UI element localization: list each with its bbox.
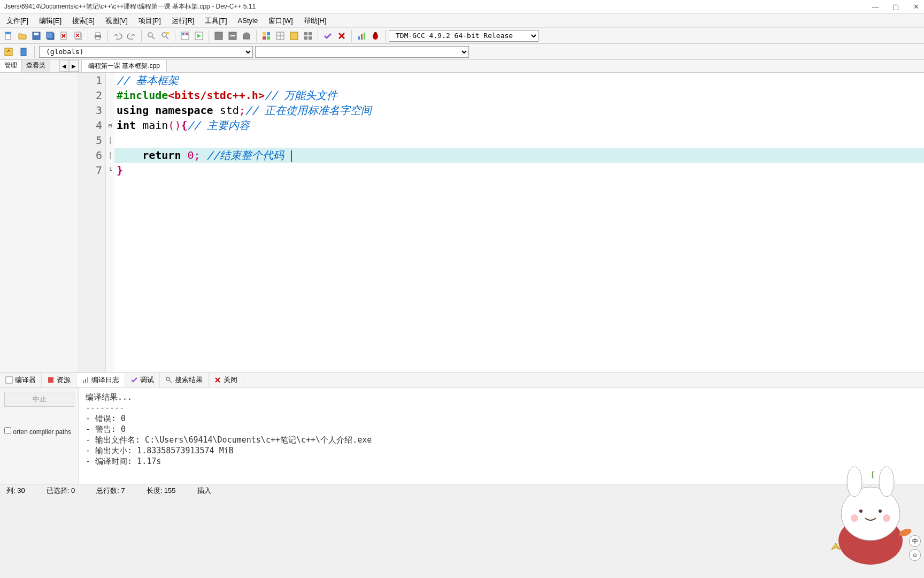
debug-icon[interactable] (240, 29, 253, 42)
compile-output[interactable]: 编译结果... -------- - 错误: 0 - 警告: 0 - 输出文件名… (79, 387, 924, 484)
menu-window[interactable]: 窗口[W] (264, 15, 297, 27)
status-bar: 列: 30 已选择: 0 总行数: 7 长度: 155 插入 (0, 484, 924, 497)
menu-edit[interactable]: 编辑[E] (35, 15, 66, 27)
svg-point-12 (148, 33, 152, 37)
menu-search[interactable]: 搜索[S] (68, 15, 99, 27)
print-icon[interactable] (91, 29, 104, 42)
code-preprocessor: #include (117, 89, 168, 102)
menu-tools[interactable]: 工具[T] (201, 15, 231, 27)
grid4-icon[interactable] (302, 29, 314, 42)
file-tab-active[interactable]: 编程第一课 基本框架.cpp (81, 59, 167, 72)
sidebar-tabs: 管理 查看类 ◀ ▶ (0, 60, 79, 73)
svg-point-13 (162, 33, 166, 37)
code-include: <bits/stdc++.h> (168, 89, 265, 102)
scope-select[interactable]: (globals) (39, 46, 253, 58)
svg-rect-24 (267, 36, 270, 40)
svg-rect-26 (290, 32, 298, 40)
code-keyword: return (142, 149, 181, 162)
code-content[interactable]: // 基本框架 #include<bits/stdc++.h>// 万能头文件 … (114, 73, 924, 372)
status-total-lines: 总行数: 7 (96, 486, 125, 496)
compile-log-panel: 中止 orten compiler paths 编译结果... --------… (0, 387, 924, 484)
svg-point-35 (374, 32, 377, 35)
file-tabs: 编程第一课 基本框架.cpp (79, 60, 924, 73)
code-editor[interactable]: 1 2 3 4 5 6 7 ⊟ │ │ └ // 基本框架 #include<b… (79, 73, 924, 372)
ime-lang-badge[interactable]: 中 (909, 535, 921, 547)
close-all-icon[interactable] (72, 29, 84, 42)
output-errors: - 错误: 0 (86, 413, 918, 424)
sidebar-tab-manage[interactable]: 管理 (0, 60, 22, 72)
compile-run-icon[interactable] (212, 29, 225, 42)
check-icon[interactable] (321, 29, 334, 42)
open-icon[interactable] (16, 29, 29, 42)
svg-point-50 (851, 514, 858, 522)
code-comment: // 万能头文件 (265, 89, 337, 102)
nav-prev-icon[interactable]: ◀ (59, 60, 69, 72)
code-keyword: namespace (155, 104, 213, 117)
grid2-icon[interactable] (274, 29, 287, 42)
menu-bar: 文件[F] 编辑[E] 搜索[S] 视图[V] 项目[P] 运行[R] 工具[T… (0, 14, 924, 28)
grid3-icon[interactable] (288, 29, 301, 42)
svg-rect-38 (6, 377, 12, 383)
close-button[interactable]: ✕ (912, 3, 920, 11)
svg-rect-28 (309, 32, 312, 35)
output-warnings: - 警告: 0 (86, 424, 918, 435)
svg-rect-1 (5, 32, 11, 34)
menu-file[interactable]: 文件[F] (2, 15, 33, 27)
new-file-icon[interactable] (2, 29, 15, 42)
code-number: 0 (187, 149, 194, 162)
cancel-icon[interactable] (335, 29, 348, 42)
maximize-button[interactable]: ▢ (892, 3, 899, 11)
bookmark-icon[interactable] (17, 45, 30, 58)
close-file-icon[interactable] (58, 29, 71, 42)
sidebar-tab-classview[interactable]: 查看类 (22, 60, 50, 72)
tab-close[interactable]: 关闭 (209, 373, 243, 387)
svg-point-49 (879, 509, 882, 513)
bug-icon[interactable] (369, 29, 382, 42)
tab-compiler[interactable]: 编译器 (0, 373, 42, 387)
goto-icon[interactable] (2, 45, 15, 58)
find-icon[interactable] (145, 29, 158, 42)
svg-rect-10 (96, 33, 100, 35)
menu-help[interactable]: 帮助[H] (299, 15, 331, 27)
output-size: - 输出大小: 1.83358573913574 MiB (86, 445, 918, 456)
tab-compile-log[interactable]: 编译日志 (76, 373, 125, 387)
save-icon[interactable] (30, 29, 43, 42)
ime-mode-badge[interactable]: ☺ (909, 549, 921, 561)
member-select[interactable] (255, 46, 469, 58)
run-icon[interactable] (192, 29, 205, 42)
tab-search-results[interactable]: 搜索结果 (160, 373, 209, 387)
svg-rect-11 (96, 37, 100, 40)
ime-indicator: 中 ☺ (909, 535, 921, 561)
menu-run[interactable]: 运行[R] (167, 15, 199, 27)
line-gutter: 1 2 3 4 5 6 7 (79, 73, 106, 372)
compiler-select[interactable]: TDM-GCC 4.9.2 64-bit Release (389, 30, 538, 42)
replace-icon[interactable] (159, 29, 172, 42)
status-selected: 已选择: 0 (47, 486, 75, 496)
save-all-icon[interactable] (44, 29, 57, 42)
code-identifier: std (220, 104, 239, 117)
scope-toolbar: (globals) (0, 44, 924, 60)
grid1-icon[interactable] (260, 29, 273, 42)
menu-view[interactable]: 视图[V] (101, 15, 132, 27)
profile-icon[interactable] (355, 29, 368, 42)
rebuild-icon[interactable] (226, 29, 239, 42)
svg-rect-30 (309, 36, 312, 40)
compile-icon[interactable] (179, 29, 191, 42)
svg-rect-39 (48, 377, 53, 383)
fold-toggle-icon[interactable]: ⊟ (106, 118, 114, 133)
tab-debug[interactable]: 调试 (125, 373, 160, 387)
tab-resources[interactable]: 资源 (42, 373, 76, 387)
undo-icon[interactable] (111, 29, 124, 42)
status-column: 列: 30 (6, 486, 25, 496)
abort-button[interactable]: 中止 (4, 392, 74, 407)
status-length: 长度: 155 (147, 486, 176, 496)
shorten-paths-checkbox[interactable]: orten compiler paths (4, 428, 71, 436)
svg-point-43 (166, 377, 170, 381)
menu-astyle[interactable]: AStyle (234, 16, 263, 26)
svg-rect-40 (83, 381, 84, 383)
nav-next-icon[interactable]: ▶ (69, 60, 79, 72)
menu-project[interactable]: 项目[P] (134, 15, 165, 27)
minimize-button[interactable]: — (872, 3, 879, 11)
redo-icon[interactable] (125, 29, 138, 42)
svg-rect-32 (361, 34, 363, 40)
